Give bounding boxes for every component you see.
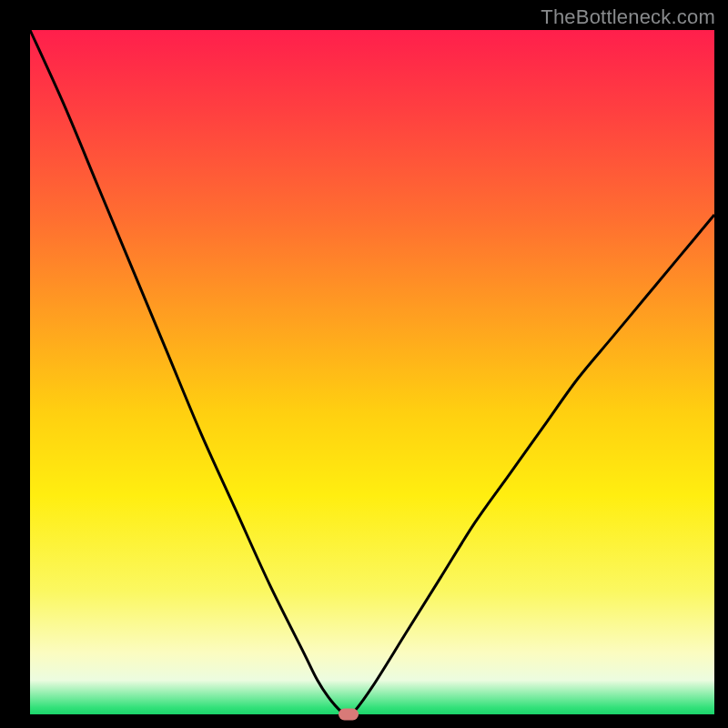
chart-frame: TheBottleneck.com [0, 0, 728, 728]
watermark-text: TheBottleneck.com [541, 5, 715, 29]
bottleneck-curve [30, 30, 714, 714]
curve-path [30, 30, 714, 717]
optimal-marker [339, 709, 359, 721]
plot-area [30, 30, 714, 714]
